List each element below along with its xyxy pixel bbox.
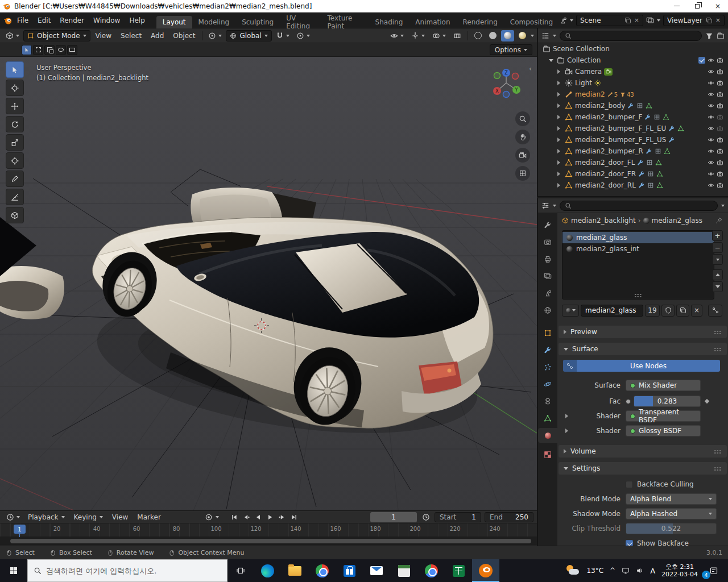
frame-start-field[interactable]: Start 1 [435, 512, 481, 522]
volume-section-header[interactable]: Volume [559, 445, 727, 458]
remove-viewlayer-icon[interactable]: × [715, 16, 721, 24]
excel-icon[interactable] [445, 559, 472, 582]
scene-dropdown-caret[interactable] [570, 19, 573, 22]
render-visibility-icon[interactable] [717, 136, 723, 143]
timeline-ruler[interactable]: 20 40 60 80 100 120 140 160 180 200 220 … [0, 523, 537, 537]
viewport-canvas[interactable] [0, 57, 537, 510]
transform-pivot-selector[interactable] [205, 30, 225, 41]
jump-to-start-button[interactable] [229, 512, 240, 522]
previous-keyframe-button[interactable] [241, 512, 252, 522]
taskbar-clock[interactable]: 오후 2:31 2022-03-04 [661, 563, 698, 578]
next-keyframe-button[interactable] [277, 512, 288, 522]
properties-editor-icon[interactable] [541, 202, 549, 210]
slot-median2-glass[interactable]: median2_glass [562, 232, 714, 243]
menu-select[interactable]: Select [117, 32, 146, 40]
frame-end-field[interactable]: End 250 [485, 512, 533, 522]
zoom-button[interactable] [515, 111, 530, 126]
slot-move-down-button[interactable] [712, 281, 723, 292]
outliner-search-input[interactable] [560, 31, 702, 41]
move-tool[interactable] [6, 98, 24, 114]
add-cube-tool[interactable] [6, 207, 24, 223]
ime-indicator[interactable]: A [650, 567, 655, 575]
collapse-icon[interactable] [549, 59, 553, 62]
file-explorer-icon[interactable] [281, 559, 308, 582]
tab-output[interactable] [538, 252, 557, 267]
outliner-editor-caret[interactable] [553, 35, 556, 37]
tab-compositing[interactable]: Compositing [504, 16, 559, 28]
show-backface-checkbox[interactable] [626, 540, 633, 546]
hide-eye-icon[interactable] [708, 125, 714, 132]
material-name-field[interactable]: median2_glass [581, 305, 643, 317]
menu-add[interactable]: Add [147, 32, 168, 40]
render-visibility-icon[interactable] [717, 114, 723, 120]
transform-orientation-selector[interactable]: Global [226, 30, 271, 41]
blender-taskbar-icon[interactable] [472, 559, 499, 582]
outliner-row-bumper-r[interactable]: median2_bumper_R [538, 146, 728, 157]
xray-toggle[interactable] [450, 30, 464, 41]
menu-help[interactable]: Help [125, 13, 149, 28]
task-view-button[interactable] [228, 559, 254, 582]
remove-slot-button[interactable]: − [712, 242, 723, 253]
hide-eye-icon[interactable] [708, 80, 714, 86]
expand-icon[interactable] [557, 81, 560, 85]
add-slot-button[interactable]: + [712, 230, 723, 241]
viewlayer-selector[interactable]: ViewLayer × [663, 15, 725, 26]
outliner-row-light[interactable]: Light [538, 77, 728, 89]
tab-view-layer[interactable] [538, 269, 557, 284]
unlink-scene-icon[interactable]: × [634, 16, 639, 24]
menu-keying[interactable]: Keying [70, 513, 107, 521]
expand-icon[interactable] [557, 160, 560, 165]
preview-section-header[interactable]: Preview [559, 326, 727, 338]
new-scene-icon[interactable] [624, 17, 631, 24]
render-visibility-icon[interactable] [717, 57, 723, 64]
shading-rendered-button[interactable] [516, 30, 529, 41]
select-mode-invert-button[interactable] [56, 45, 66, 55]
taskbar-search[interactable] [27, 559, 228, 582]
backface-culling-checkbox[interactable] [626, 481, 633, 488]
viewlayer-dropdown-caret[interactable] [657, 19, 660, 22]
object-visibility-selector[interactable] [387, 30, 407, 41]
pan-hand-button[interactable] [515, 130, 530, 144]
navigation-gizmo[interactable]: Z X Y [490, 66, 524, 101]
expand-icon[interactable] [557, 172, 560, 176]
scene-selector[interactable]: Scene × [576, 15, 643, 26]
outliner-row-door-fr[interactable]: median2_door_FR [538, 168, 728, 180]
gizmos-toggle[interactable] [408, 30, 428, 41]
render-visibility-icon[interactable] [717, 102, 723, 109]
tab-animation[interactable]: Animation [409, 16, 456, 28]
transform-tool[interactable] [6, 152, 24, 169]
render-visibility-icon[interactable] [717, 91, 723, 98]
render-visibility-icon[interactable] [717, 68, 723, 75]
weather-temp[interactable]: 13°C [586, 567, 603, 575]
tab-modeling[interactable]: Modeling [192, 16, 236, 28]
outliner-row-collection[interactable]: Collection [538, 55, 728, 66]
menu-edit[interactable]: Edit [33, 13, 55, 28]
tray-expand-chevron[interactable]: ^ [610, 567, 615, 575]
render-visibility-icon[interactable] [717, 148, 723, 155]
display-tray-icon[interactable] [622, 567, 630, 575]
viewlayer-icon[interactable] [646, 16, 654, 24]
current-frame-field[interactable]: 1 [370, 512, 417, 522]
menu-object[interactable]: Object [169, 32, 199, 40]
jump-to-end-button[interactable] [289, 512, 300, 522]
timeline-scroll-handle[interactable] [10, 539, 531, 543]
tab-rendering[interactable]: Rendering [457, 16, 504, 28]
render-visibility-icon[interactable] [717, 182, 723, 189]
use-nodes-button[interactable]: Use Nodes [563, 360, 720, 372]
unlink-material-button[interactable]: × [691, 305, 702, 317]
select-mode-extend-button[interactable] [33, 45, 43, 55]
shader1-dropdown[interactable]: Transparent BSDF [626, 410, 701, 422]
tab-modifiers[interactable] [538, 343, 557, 357]
shadow-mode-dropdown[interactable]: Alpha Hashed [626, 508, 717, 519]
tab-texture[interactable] [538, 447, 557, 462]
browse-material-button[interactable] [562, 305, 579, 317]
tab-world[interactable] [538, 303, 557, 318]
outliner-row-scene-collection[interactable]: Scene Collection [538, 43, 728, 55]
timeline-editor-selector[interactable] [3, 512, 23, 523]
scene-icon[interactable] [559, 16, 567, 24]
fac-extras-icon[interactable] [705, 399, 709, 404]
tab-tool[interactable] [538, 218, 557, 232]
expand-icon[interactable] [557, 115, 560, 119]
users-count-button[interactable]: 19 [645, 305, 660, 317]
rotate-tool[interactable] [6, 116, 24, 132]
